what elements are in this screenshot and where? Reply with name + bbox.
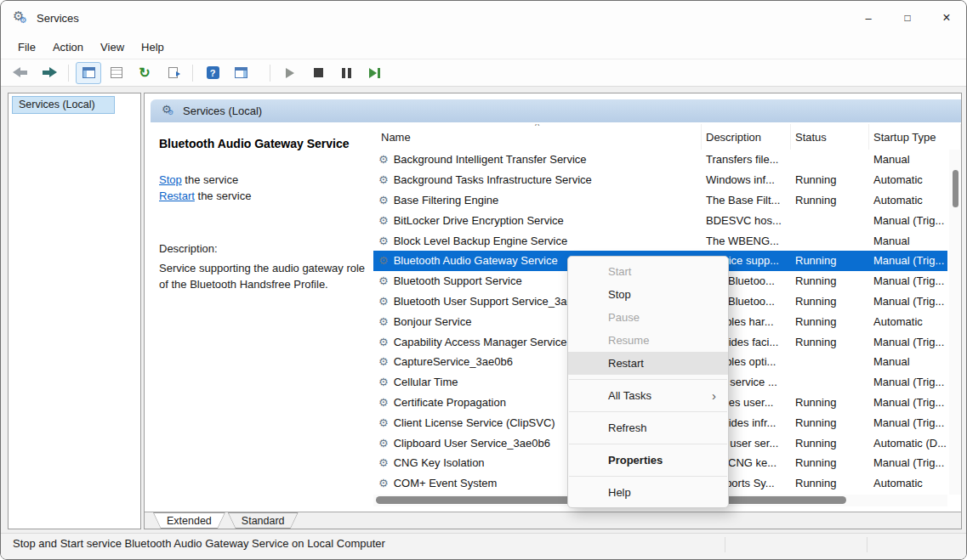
context-menu-item-label: Stop [608,288,631,301]
service-name: Client License Service (ClipSVC) [394,416,555,429]
context-menu-item[interactable]: Stop › [568,283,728,306]
service-name: Certificate Propagation [394,396,506,409]
column-header-status[interactable]: Status [791,124,869,150]
column-header-label: Description [706,131,761,144]
context-menu-item-label: Properties [608,454,663,467]
toolbar-separator [270,65,270,82]
close-button[interactable]: × [927,1,966,35]
stop-service-link[interactable]: Stop [159,173,182,186]
pause-service-button[interactable] [333,62,359,84]
start-service-button[interactable] [277,62,303,84]
service-status: Running [791,396,869,409]
service-name: Background Tasks Infrastructure Service [394,173,592,186]
stop-service-button[interactable] [305,62,331,84]
service-gear-icon: ⚙ [378,457,389,468]
services-window: ⚙ ⚙ Services – □ × File Action View Help… [0,0,967,560]
services-pane: ⚙ ⚙ Services (Local) Bluetooth Audio Gat… [144,93,962,529]
maximize-icon: □ [904,12,910,24]
context-menu-item[interactable]: Properties › [568,449,728,472]
context-menu-item-label: Resume [608,334,649,347]
service-startup-type: Manual [869,153,947,166]
service-name: Bluetooth Support Service [394,274,522,287]
menu-action[interactable]: Action [44,38,92,56]
table-row[interactable]: ⚙ Background Tasks Infrastructure Servic… [373,170,947,190]
column-header-label: Status [795,131,827,144]
export-list-icon [168,67,178,78]
tree-item-services-local[interactable]: Services (Local) [12,96,115,114]
context-menu-item[interactable]: All Tasks › [568,384,728,407]
service-name: Bonjour Service [394,315,472,328]
properties-button[interactable] [104,62,129,84]
column-header-startup-type[interactable]: Startup Type [869,124,961,150]
console-tree-panel: Services (Local) [8,93,141,529]
toolbar-separator [68,65,69,82]
start-icon [286,68,294,78]
pause-icon [342,68,351,78]
service-name: CaptureService_3ae0b6 [394,355,513,368]
column-header-label: Name [381,131,411,144]
statusbar-text: Stop and Start service Bluetooth Audio G… [13,537,385,550]
service-startup-type: Automatic [869,194,947,206]
export-list-button[interactable] [160,62,185,84]
minimize-button[interactable]: – [849,1,888,35]
context-menu-item[interactable]: Restart › [568,352,728,375]
table-row[interactable]: ⚙ Block Level Backup Engine Service The … [373,230,947,251]
service-name: CNG Key Isolation [394,456,485,469]
service-gear-icon: ⚙ [378,174,389,185]
menubar: File Action View Help [1,35,966,59]
service-status: Running [791,173,869,186]
maximize-button[interactable]: □ [888,1,927,35]
tab-standard[interactable]: Standard [228,512,299,529]
table-row[interactable]: ⚙ Base Filtering Engine The Base Filt...… [373,190,947,211]
service-gear-icon: ⚙ [378,316,389,327]
context-menu-item[interactable]: Refresh › [568,416,728,439]
statusbar-separator [867,537,867,552]
forward-arrow-icon [41,67,57,78]
description-label: Description: [159,242,364,255]
service-status: Running [791,254,869,267]
vertical-scrollbar[interactable] [949,150,961,495]
service-gear-icon: ⚙ [378,397,389,408]
tab-extended[interactable]: Extended [153,512,225,529]
service-gear-icon: ⚙ [378,215,389,226]
service-status: Running [791,295,869,308]
extended-info-pane: Bluetooth Audio Gateway Service Stop the… [151,122,371,512]
menu-help[interactable]: Help [133,38,173,56]
service-name: Block Level Backup Engine Service [394,235,568,247]
panel-header-title: Services (Local) [183,105,262,117]
description-text: Service supporting the audio gateway rol… [159,260,372,292]
context-menu-item-label: Pause [608,311,640,324]
action-pane-button[interactable] [228,62,253,84]
vertical-scrollbar-thumb[interactable] [953,170,958,207]
close-icon: × [942,10,950,25]
column-headers: ^ Name Description Status Startup Type [373,124,961,150]
refresh-button[interactable]: ↻ [132,62,157,84]
service-startup-type: Manual (Trig... [869,274,947,287]
view-tabs: Extended Standard [145,512,961,529]
back-arrow-icon [13,67,29,78]
gear-icon-small: ⚙ [168,110,173,116]
service-startup-type: Manual (Trig... [869,396,947,409]
help-button[interactable]: ? [200,62,225,84]
column-header-name[interactable]: ^ Name [373,124,702,150]
show-console-tree-button[interactable] [76,62,101,84]
forward-button[interactable] [36,62,61,84]
service-status: Running [791,274,869,287]
context-menu-item[interactable]: Resume › [568,329,728,352]
back-button[interactable] [8,62,33,84]
context-menu-item[interactable]: Help › [568,481,728,504]
restart-service-link[interactable]: Restart [159,189,195,202]
service-gear-icon: ⚙ [378,376,389,387]
service-gear-icon: ⚙ [378,275,389,286]
service-description: Transfers file... [702,153,791,166]
context-menu: Start › Stop › Pause › Resume › Restart … [567,256,729,508]
menu-file[interactable]: File [9,38,44,56]
column-header-description[interactable]: Description [702,124,791,150]
restart-service-button[interactable] [361,62,387,84]
context-menu-item[interactable]: Start › [568,260,728,283]
context-menu-item[interactable]: Pause › [568,306,728,329]
toolbar-separator [192,65,193,82]
menu-view[interactable]: View [92,38,133,56]
table-row[interactable]: ⚙ BitLocker Drive Encryption Service BDE… [373,210,947,230]
table-row[interactable]: ⚙ Background Intelligent Transfer Servic… [373,150,947,170]
